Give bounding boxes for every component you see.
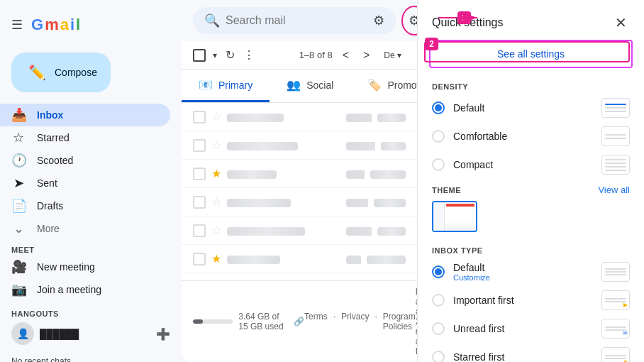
email-sender: [227, 197, 340, 208]
terms-link[interactable]: Terms: [304, 312, 328, 331]
theme-red-bar: [446, 204, 474, 207]
pagination-prev-button[interactable]: <: [338, 45, 353, 66]
star-icon[interactable]: ☆: [211, 110, 221, 124]
star-icon[interactable]: ☆: [211, 138, 221, 152]
hangouts-bottom: No recent chats Start a new one: [0, 351, 182, 362]
select-all-checkbox[interactable]: [193, 49, 206, 62]
primary-tab-icon: 📧: [199, 78, 213, 92]
email-row[interactable]: ★: [182, 245, 417, 273]
tab-promotions[interactable]: 🏷️ Promotions: [350, 70, 417, 102]
refresh-button[interactable]: ↻: [221, 44, 239, 66]
email-row[interactable]: ☆: [182, 131, 417, 160]
density-radio-default[interactable]: [432, 102, 445, 114]
add-person-icon[interactable]: ➕: [156, 327, 170, 341]
select-type-button[interactable]: De ▾: [379, 46, 406, 65]
hangouts-username: ██████: [40, 329, 79, 339]
email-row[interactable]: ☆: [182, 216, 417, 245]
theme-sidebar-preview: [433, 202, 445, 231]
view-all-themes-link[interactable]: View all: [598, 185, 630, 195]
inbox-option-starred-first[interactable]: Starred first ★: [418, 343, 644, 362]
email-checkbox[interactable]: [193, 139, 206, 152]
inbox-radio-important-first[interactable]: [432, 294, 445, 307]
gmail-logo: Gmail: [31, 16, 83, 34]
footer-dot1: ·: [333, 312, 335, 331]
email-snippet: [346, 168, 365, 180]
search-input[interactable]: [226, 14, 367, 27]
density-radio-compact[interactable]: [432, 158, 445, 171]
tab-primary[interactable]: 📧 Primary: [182, 70, 270, 102]
email-checkbox[interactable]: [193, 196, 206, 209]
new-meeting-item[interactable]: 🎥 New meeting: [0, 256, 170, 278]
star-icon[interactable]: ☆: [211, 224, 221, 237]
email-sender: [227, 168, 340, 180]
sidebar-item-snoozed[interactable]: 🕐 Scooted: [0, 149, 170, 172]
sent-icon: ➤: [11, 175, 26, 191]
pagination-next-button[interactable]: >: [359, 45, 374, 66]
sidebar-item-drafts[interactable]: 📄 Drafts: [0, 194, 170, 217]
star-icon[interactable]: ★: [211, 252, 221, 265]
email-sender: [227, 253, 340, 265]
quick-settings-header: Quick settings ✕: [418, 0, 644, 40]
select-dropdown-button[interactable]: ▾: [209, 46, 221, 65]
sidebar: ☰ Gmail ✏️ Compose 📥 Inbox ☆ Starred 🕐: [0, 0, 182, 362]
inbox-option-unread-first[interactable]: Unread first ✉: [418, 314, 644, 343]
sidebar-item-starred[interactable]: ☆ Starred: [0, 126, 170, 149]
compose-button[interactable]: ✏️ Compose: [11, 53, 111, 92]
inbox-radio-unread-first[interactable]: [432, 322, 445, 335]
promotions-tab-icon: 🏷️: [367, 78, 382, 92]
footer-links: Terms · Privacy · Program Policies: [304, 312, 416, 331]
email-row[interactable]: ☆: [182, 103, 417, 131]
new-meeting-label: New meeting: [37, 261, 159, 273]
star-icon[interactable]: ★: [211, 167, 221, 180]
email-snippet: [346, 225, 372, 236]
storage-bar: [193, 319, 233, 324]
email-checkbox[interactable]: [193, 168, 206, 180]
drafts-icon: 📄: [11, 198, 26, 214]
snoozed-label: Scooted: [37, 155, 159, 166]
storage-link-icon[interactable]: 🔗: [294, 317, 304, 327]
hangouts-section: Hangouts 👤 ██████ ➕: [0, 304, 182, 351]
density-option-default[interactable]: Default: [418, 94, 644, 122]
email-row[interactable]: ☆: [182, 273, 417, 280]
inbox-preview-default: [601, 262, 630, 282]
email-checkbox[interactable]: [193, 253, 206, 265]
email-date: [374, 197, 406, 207]
hamburger-menu-button[interactable]: ☰: [6, 11, 28, 38]
customize-link[interactable]: Customize: [453, 273, 593, 282]
join-meeting-label: Join a meeting: [37, 284, 159, 295]
email-row[interactable]: ★: [182, 160, 417, 188]
star-icon[interactable]: ☆: [211, 195, 221, 209]
email-list: ☆ ☆ ★ ☆: [182, 103, 417, 280]
sidebar-item-more[interactable]: ⌄ More: [0, 217, 170, 240]
more-options-button[interactable]: ⋮: [239, 44, 259, 66]
inbox-option-important-first[interactable]: Important first ▶: [418, 286, 644, 314]
sidebar-item-sent[interactable]: ➤ Sent: [0, 172, 170, 194]
join-meeting-item[interactable]: 📷 Join a meeting: [0, 278, 170, 301]
density-option-compact[interactable]: Compact: [418, 150, 644, 179]
email-checkbox[interactable]: [193, 111, 206, 124]
inbox-option-important-first-label: Important first: [453, 295, 593, 306]
sidebar-item-inbox[interactable]: 📥 Inbox: [0, 104, 170, 126]
theme-preview-default[interactable]: [432, 201, 477, 232]
inbox-type-section-label: INBOX TYPE: [418, 241, 644, 258]
inbox-option-default[interactable]: Default Customize: [418, 258, 644, 286]
density-option-comfortable[interactable]: Comfortable: [418, 122, 644, 150]
quick-settings-close-button[interactable]: ✕: [612, 11, 630, 34]
settings-button[interactable]: ⚙: [401, 6, 417, 35]
no-recent-chats: No recent chats: [11, 356, 170, 362]
email-checkbox[interactable]: [193, 224, 206, 237]
inbox-option-unread-first-label: Unread first: [453, 323, 593, 334]
density-radio-comfortable[interactable]: [432, 130, 445, 143]
inbox-radio-starred-first[interactable]: [432, 351, 445, 362]
privacy-link[interactable]: Privacy: [341, 312, 369, 331]
email-row[interactable]: ☆: [182, 188, 417, 216]
search-icon: 🔍: [204, 13, 220, 28]
density-label-compact: Compact: [453, 159, 593, 170]
program-policies-link[interactable]: Program Policies: [383, 312, 416, 331]
inbox-option-default-label: Default Customize: [453, 262, 593, 282]
inbox-radio-default[interactable]: [432, 265, 445, 278]
search-filter-button[interactable]: ⚙: [373, 13, 384, 28]
see-all-settings-button[interactable]: See all settings: [429, 40, 633, 68]
tab-social[interactable]: 👥 Social: [270, 70, 350, 102]
email-snippet: [346, 111, 372, 123]
